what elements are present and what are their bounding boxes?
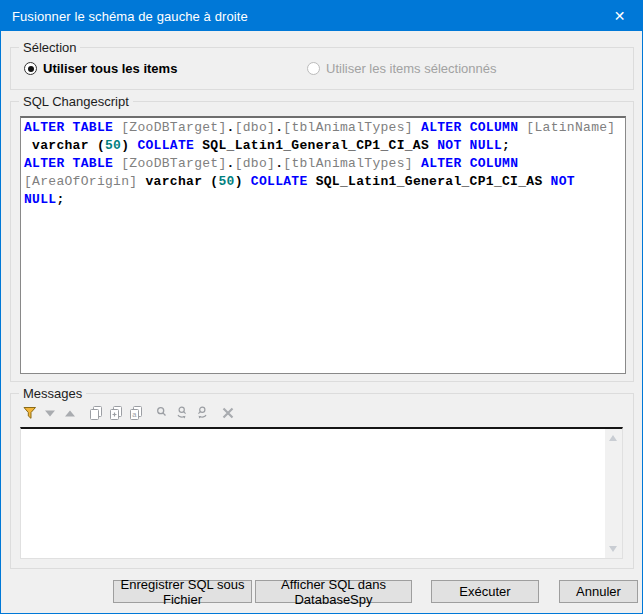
save-sql-to-file-button[interactable]: Enregistrer SQL sous Fichier [113, 580, 252, 603]
copy-icon[interactable] [88, 405, 104, 421]
sql-line: NULL; [24, 191, 625, 209]
sql-changescript-editor[interactable]: ALTER TABLE [ZooDBTarget].[dbo].[tblAnim… [20, 116, 626, 374]
dialog-title: Fusionner le schéma de gauche à droite [1, 9, 248, 24]
sql-changescript-group: SQL Changescript ALTER TABLE [ZooDBTarge… [10, 101, 634, 382]
find-next-icon[interactable] [174, 405, 190, 421]
sql-line: varchar (50) COLLATE SQL_Latin1_General_… [24, 137, 625, 155]
clear-icon[interactable] [220, 405, 236, 421]
show-sql-in-databasespy-button[interactable]: Afficher SQL dans DatabaseSpy [255, 580, 412, 603]
merge-schema-dialog: Fusionner le schéma de gauche à droite ✕… [0, 0, 643, 614]
radio-button-icon [307, 62, 320, 75]
radio-use-selected-items-label: Utiliser les items sélectionnés [326, 61, 497, 76]
selection-group: Sélection Utiliser tous les items Utilis… [10, 47, 634, 90]
radio-use-all-items[interactable]: Utiliser tous les items [24, 61, 177, 76]
filter-icon[interactable] [22, 405, 38, 421]
find-icon[interactable] [154, 405, 170, 421]
cancel-button[interactable]: Annuler [559, 580, 638, 603]
messages-toolbar: a [22, 403, 240, 423]
messages-group-label: Messages [19, 386, 86, 401]
move-up-icon[interactable] [62, 405, 78, 421]
sql-line: ALTER TABLE [ZooDBTarget].[dbo].[tblAnim… [24, 155, 625, 173]
messages-list[interactable] [20, 427, 623, 559]
copy-plus-icon[interactable] [108, 405, 124, 421]
execute-button[interactable]: Exécuter [431, 580, 539, 603]
close-icon[interactable]: ✕ [597, 1, 642, 31]
sql-line: ALTER TABLE [ZooDBTarget].[dbo].[tblAnim… [24, 119, 625, 137]
radio-use-all-items-label: Utiliser tous les items [43, 61, 177, 76]
find-prev-icon[interactable] [194, 405, 210, 421]
copy-all-icon[interactable]: a [128, 405, 144, 421]
radio-button-icon [24, 62, 37, 75]
sql-group-label: SQL Changescript [19, 94, 133, 109]
titlebar: Fusionner le schéma de gauche à droite ✕ [1, 1, 642, 31]
scroll-up-icon[interactable] [609, 435, 617, 441]
messages-group: Messages a [10, 393, 634, 569]
scroll-down-icon[interactable] [609, 546, 617, 552]
messages-vertical-scrollbar[interactable] [605, 429, 622, 558]
selection-group-label: Sélection [19, 40, 80, 55]
dialog-body: Sélection Utiliser tous les items Utilis… [1, 31, 642, 613]
radio-use-selected-items: Utiliser les items sélectionnés [307, 61, 497, 76]
sql-line: [AreaOfOrigin] varchar (50) COLLATE SQL_… [24, 173, 625, 191]
move-down-icon[interactable] [42, 405, 58, 421]
